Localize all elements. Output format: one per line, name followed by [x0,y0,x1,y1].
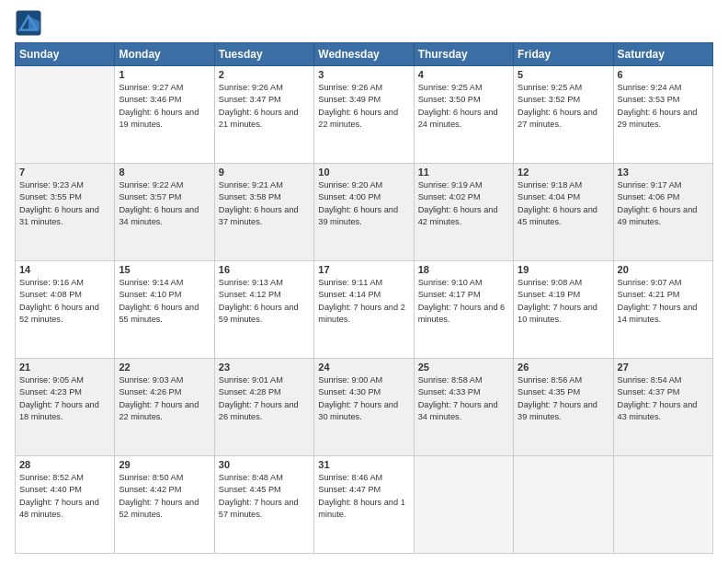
calendar-day-cell: 7Sunrise: 9:23 AMSunset: 3:55 PMDaylight… [16,164,115,261]
day-number: 30 [219,459,310,470]
day-number: 21 [19,362,110,373]
day-info: Sunrise: 8:48 AMSunset: 4:45 PMDaylight:… [219,472,310,521]
weekday-header: Friday [514,43,613,66]
calendar: SundayMondayTuesdayWednesdayThursdayFrid… [15,42,713,554]
calendar-day-cell: 28Sunrise: 8:52 AMSunset: 4:40 PMDayligh… [16,456,115,554]
calendar-day-cell: 18Sunrise: 9:10 AMSunset: 4:17 PMDayligh… [414,261,513,359]
calendar-day-cell: 22Sunrise: 9:03 AMSunset: 4:26 PMDayligh… [115,359,214,456]
calendar-day-cell: 11Sunrise: 9:19 AMSunset: 4:02 PMDayligh… [414,164,513,261]
calendar-day-cell: 10Sunrise: 9:20 AMSunset: 4:00 PMDayligh… [314,164,414,261]
day-number: 20 [618,264,709,275]
day-number: 5 [518,69,609,80]
day-info: Sunrise: 9:25 AMSunset: 3:50 PMDaylight:… [418,82,509,131]
day-info: Sunrise: 9:10 AMSunset: 4:17 PMDaylight:… [418,277,509,326]
day-info: Sunrise: 9:26 AMSunset: 3:49 PMDaylight:… [318,82,409,131]
day-number: 29 [119,459,210,470]
day-info: Sunrise: 9:24 AMSunset: 3:53 PMDaylight:… [618,82,709,131]
calendar-day-cell [514,456,613,554]
calendar-day-cell: 25Sunrise: 8:58 AMSunset: 4:33 PMDayligh… [414,359,513,456]
weekday-header: Tuesday [214,43,313,66]
calendar-day-cell: 5Sunrise: 9:25 AMSunset: 3:52 PMDaylight… [514,66,613,164]
day-number: 22 [119,362,210,373]
calendar-week-row: 21Sunrise: 9:05 AMSunset: 4:23 PMDayligh… [16,359,713,456]
calendar-day-cell [414,456,513,554]
calendar-day-cell: 26Sunrise: 8:56 AMSunset: 4:35 PMDayligh… [514,359,613,456]
day-info: Sunrise: 9:27 AMSunset: 3:46 PMDaylight:… [119,82,210,131]
day-number: 16 [219,264,310,275]
day-number: 28 [19,459,110,470]
day-info: Sunrise: 9:05 AMSunset: 4:23 PMDaylight:… [19,374,110,423]
calendar-day-cell: 3Sunrise: 9:26 AMSunset: 3:49 PMDaylight… [314,66,414,164]
day-info: Sunrise: 9:26 AMSunset: 3:47 PMDaylight:… [219,82,310,131]
day-info: Sunrise: 8:56 AMSunset: 4:35 PMDaylight:… [518,374,609,423]
page: SundayMondayTuesdayWednesdayThursdayFrid… [0,0,728,563]
day-number: 9 [219,167,310,178]
day-info: Sunrise: 9:01 AMSunset: 4:28 PMDaylight:… [219,374,310,423]
calendar-week-row: 1Sunrise: 9:27 AMSunset: 3:46 PMDaylight… [16,66,713,164]
day-number: 25 [418,362,509,373]
day-info: Sunrise: 8:54 AMSunset: 4:37 PMDaylight:… [618,374,709,423]
day-number: 8 [119,167,210,178]
day-number: 1 [119,69,210,80]
calendar-day-cell: 23Sunrise: 9:01 AMSunset: 4:28 PMDayligh… [214,359,313,456]
calendar-body: 1Sunrise: 9:27 AMSunset: 3:46 PMDaylight… [16,66,713,554]
weekday-header: Sunday [16,43,115,66]
calendar-day-cell: 30Sunrise: 8:48 AMSunset: 4:45 PMDayligh… [214,456,313,554]
day-info: Sunrise: 9:23 AMSunset: 3:55 PMDaylight:… [19,179,110,228]
calendar-day-cell: 4Sunrise: 9:25 AMSunset: 3:50 PMDaylight… [414,66,513,164]
day-number: 15 [119,264,210,275]
calendar-day-cell: 16Sunrise: 9:13 AMSunset: 4:12 PMDayligh… [214,261,313,359]
calendar-day-cell: 19Sunrise: 9:08 AMSunset: 4:19 PMDayligh… [514,261,613,359]
day-info: Sunrise: 8:50 AMSunset: 4:42 PMDaylight:… [119,472,210,521]
weekday-header: Wednesday [314,43,414,66]
day-number: 18 [418,264,509,275]
calendar-day-cell: 24Sunrise: 9:00 AMSunset: 4:30 PMDayligh… [314,359,414,456]
day-info: Sunrise: 9:11 AMSunset: 4:14 PMDaylight:… [318,277,409,326]
calendar-week-row: 14Sunrise: 9:16 AMSunset: 4:08 PMDayligh… [16,261,713,359]
calendar-week-row: 28Sunrise: 8:52 AMSunset: 4:40 PMDayligh… [16,456,713,554]
calendar-day-cell: 20Sunrise: 9:07 AMSunset: 4:21 PMDayligh… [613,261,712,359]
day-info: Sunrise: 9:03 AMSunset: 4:26 PMDaylight:… [119,374,210,423]
day-info: Sunrise: 8:46 AMSunset: 4:47 PMDaylight:… [318,472,409,521]
day-info: Sunrise: 8:52 AMSunset: 4:40 PMDaylight:… [19,472,110,521]
header [15,9,713,37]
calendar-day-cell: 1Sunrise: 9:27 AMSunset: 3:46 PMDaylight… [115,66,214,164]
calendar-day-cell [16,66,115,164]
calendar-day-cell: 6Sunrise: 9:24 AMSunset: 3:53 PMDaylight… [613,66,712,164]
calendar-day-cell: 2Sunrise: 9:26 AMSunset: 3:47 PMDaylight… [214,66,313,164]
calendar-day-cell: 27Sunrise: 8:54 AMSunset: 4:37 PMDayligh… [613,359,712,456]
day-number: 11 [418,167,509,178]
calendar-day-cell: 29Sunrise: 8:50 AMSunset: 4:42 PMDayligh… [115,456,214,554]
day-number: 12 [518,167,609,178]
calendar-day-cell: 14Sunrise: 9:16 AMSunset: 4:08 PMDayligh… [16,261,115,359]
calendar-day-cell: 12Sunrise: 9:18 AMSunset: 4:04 PMDayligh… [514,164,613,261]
day-info: Sunrise: 9:17 AMSunset: 4:06 PMDaylight:… [618,179,709,228]
day-info: Sunrise: 9:22 AMSunset: 3:57 PMDaylight:… [119,179,210,228]
logo-icon [15,9,42,37]
day-info: Sunrise: 9:18 AMSunset: 4:04 PMDaylight:… [518,179,609,228]
day-info: Sunrise: 8:58 AMSunset: 4:33 PMDaylight:… [418,374,509,423]
day-number: 23 [219,362,310,373]
weekday-header: Thursday [414,43,513,66]
day-number: 13 [618,167,709,178]
calendar-day-cell: 8Sunrise: 9:22 AMSunset: 3:57 PMDaylight… [115,164,214,261]
calendar-day-cell: 17Sunrise: 9:11 AMSunset: 4:14 PMDayligh… [314,261,414,359]
weekday-header: Monday [115,43,214,66]
day-info: Sunrise: 9:16 AMSunset: 4:08 PMDaylight:… [19,277,110,326]
day-number: 4 [418,69,509,80]
day-number: 26 [518,362,609,373]
day-number: 31 [318,459,409,470]
calendar-day-cell [613,456,712,554]
day-number: 7 [19,167,110,178]
calendar-day-cell: 9Sunrise: 9:21 AMSunset: 3:58 PMDaylight… [214,164,313,261]
day-info: Sunrise: 9:13 AMSunset: 4:12 PMDaylight:… [219,277,310,326]
day-info: Sunrise: 9:21 AMSunset: 3:58 PMDaylight:… [219,179,310,228]
day-info: Sunrise: 9:25 AMSunset: 3:52 PMDaylight:… [518,82,609,131]
day-number: 24 [318,362,409,373]
calendar-day-cell: 31Sunrise: 8:46 AMSunset: 4:47 PMDayligh… [314,456,414,554]
day-number: 10 [318,167,409,178]
day-info: Sunrise: 9:19 AMSunset: 4:02 PMDaylight:… [418,179,509,228]
day-info: Sunrise: 9:08 AMSunset: 4:19 PMDaylight:… [518,277,609,326]
day-number: 19 [518,264,609,275]
calendar-week-row: 7Sunrise: 9:23 AMSunset: 3:55 PMDaylight… [16,164,713,261]
